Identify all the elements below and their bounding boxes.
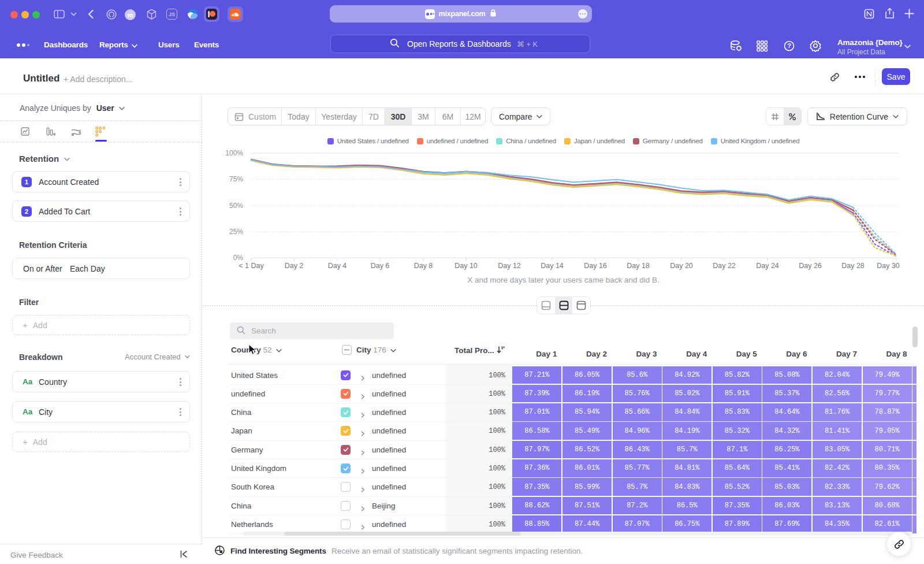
svg-text:?: ? <box>787 42 791 49</box>
